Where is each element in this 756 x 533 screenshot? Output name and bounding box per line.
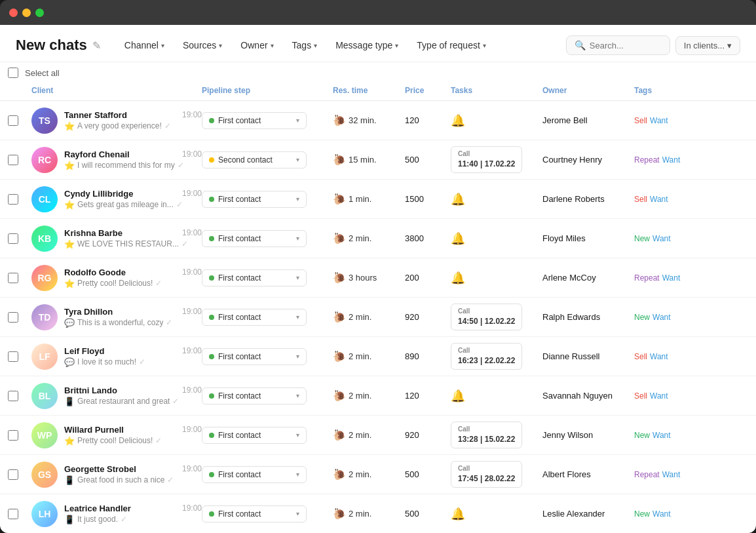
- client-name-row: Rayford Chenail 19:00: [64, 149, 202, 159]
- pipeline-badge[interactable]: First contact ▾: [202, 387, 307, 405]
- client-name: Georgette Strobel: [64, 464, 136, 474]
- minimize-button[interactable]: [22, 9, 31, 17]
- filter-type-of-request[interactable]: Type of request ▾: [409, 36, 494, 54]
- app-window: New chats ✎ Channel ▾ Sources ▾ Owner ▾ …: [0, 0, 756, 533]
- select-all-checkbox[interactable]: [8, 68, 18, 78]
- pipeline-badge[interactable]: First contact ▾: [202, 309, 307, 326]
- tag-sell[interactable]: Sell: [634, 116, 647, 125]
- tag-want[interactable]: Want: [650, 352, 668, 361]
- message-icon: ⭐: [64, 200, 75, 210]
- client-cell: KB Krishna Barbe 19:00 ⭐ WE LOVE THIS RE…: [31, 226, 202, 252]
- tag-want[interactable]: Want: [652, 234, 671, 243]
- tasks-cell: 🔔: [451, 113, 542, 128]
- pipeline-badge[interactable]: First contact ▾: [202, 269, 307, 286]
- tag-repeat[interactable]: Repeat: [634, 155, 660, 165]
- res-time-icon: 🐌: [333, 193, 346, 205]
- message-icon: 💬: [64, 318, 75, 328]
- row-checkbox[interactable]: [8, 115, 18, 126]
- tag-want[interactable]: Want: [652, 431, 671, 440]
- tag-new[interactable]: New: [634, 313, 650, 322]
- tag-new[interactable]: New: [634, 234, 650, 243]
- check-icon: ✓: [181, 239, 188, 248]
- price-cell: 1500: [405, 194, 451, 204]
- pipeline-badge[interactable]: First contact ▾: [202, 466, 307, 483]
- search-input[interactable]: [590, 41, 662, 50]
- pipeline-badge[interactable]: First contact ▾: [202, 505, 307, 523]
- client-time: 19:00: [182, 189, 202, 198]
- pipeline-badge[interactable]: First contact ▾: [202, 112, 307, 129]
- tag-want[interactable]: Want: [652, 313, 671, 322]
- row-checkbox[interactable]: [8, 391, 18, 401]
- filter-message-type[interactable]: Message type ▾: [328, 36, 406, 54]
- avatar: TS: [31, 108, 58, 134]
- row-checkbox-cell: [8, 509, 31, 519]
- client-name-row: Tanner Stafford 19:00: [64, 110, 202, 120]
- pipeline-badge[interactable]: First contact ▾: [202, 191, 307, 208]
- price-cell: 920: [405, 430, 451, 440]
- tag-want[interactable]: Want: [662, 273, 681, 283]
- row-checkbox[interactable]: [8, 469, 18, 480]
- row-checkbox[interactable]: [8, 312, 18, 323]
- pipeline-badge[interactable]: First contact ▾: [202, 348, 307, 365]
- call-badge: Call 13:28 | 15.02.22: [451, 422, 522, 448]
- tag-want[interactable]: Want: [650, 116, 668, 125]
- row-checkbox[interactable]: [8, 351, 18, 362]
- scope-dropdown[interactable]: In clients... ▾: [675, 36, 740, 55]
- res-time-icon: 🐌: [333, 311, 346, 323]
- client-info: Georgette Strobel 19:00 📱 Great food in …: [64, 464, 202, 485]
- row-checkbox[interactable]: [8, 509, 18, 519]
- edit-icon[interactable]: ✎: [92, 39, 101, 52]
- check-icon: ✓: [172, 397, 179, 406]
- pipeline-label: Second contact: [218, 155, 292, 165]
- col-client: Client: [31, 86, 202, 95]
- page-title-area: New chats ✎: [16, 37, 101, 54]
- pipeline-chevron-icon: ▾: [296, 235, 299, 242]
- row-checkbox[interactable]: [8, 194, 18, 205]
- price-cell: 500: [405, 469, 451, 479]
- row-checkbox[interactable]: [8, 233, 18, 244]
- pipeline-badge[interactable]: Second contact ▾: [202, 151, 307, 168]
- message-icon: 📱: [64, 515, 75, 524]
- row-checkbox[interactable]: [8, 155, 18, 165]
- table-row: WP Willard Purnell 19:00 ⭐ Pretty cool! …: [0, 416, 756, 455]
- tag-want[interactable]: Want: [650, 391, 668, 401]
- main-content: New chats ✎ Channel ▾ Sources ▾ Owner ▾ …: [0, 25, 756, 533]
- tag-repeat[interactable]: Repeat: [634, 273, 660, 283]
- tag-new[interactable]: New: [634, 431, 650, 440]
- pipeline-label: First contact: [218, 391, 292, 401]
- row-checkbox-cell: [8, 273, 31, 283]
- pipeline-cell: First contact ▾: [202, 505, 333, 523]
- tag-sell[interactable]: Sell: [634, 195, 647, 204]
- bell-icon: 🔔: [451, 231, 465, 246]
- row-checkbox-cell: [8, 194, 31, 205]
- res-time-cell: 🐌 2 min.: [333, 311, 405, 323]
- res-time-value: 2 min.: [349, 233, 371, 243]
- tasks-cell: 🔔: [451, 507, 542, 521]
- client-cell: GS Georgette Strobel 19:00 📱 Great food …: [31, 462, 202, 488]
- tag-want[interactable]: Want: [662, 155, 681, 165]
- pipeline-dot: [209, 433, 214, 438]
- maximize-button[interactable]: [35, 9, 44, 17]
- tag-sell[interactable]: Sell: [634, 352, 647, 361]
- filter-owner[interactable]: Owner ▾: [233, 36, 281, 54]
- filter-sources[interactable]: Sources ▾: [175, 36, 230, 54]
- filter-channel[interactable]: Channel ▾: [117, 36, 172, 54]
- tag-want[interactable]: Want: [650, 195, 668, 204]
- pipeline-label: First contact: [218, 273, 292, 283]
- tags-cell: Sell Want: [634, 195, 713, 204]
- client-time: 19:00: [182, 464, 202, 473]
- client-info: Leif Floyd 19:00 💬 I love it so much! ✓: [64, 346, 202, 367]
- row-checkbox[interactable]: [8, 430, 18, 441]
- pipeline-badge[interactable]: First contact ▾: [202, 427, 307, 444]
- pipeline-badge[interactable]: First contact ▾: [202, 230, 307, 247]
- client-msg: ⭐ WE LOVE THIS RESTAUR... ✓: [64, 239, 202, 249]
- close-button[interactable]: [9, 9, 18, 17]
- row-checkbox[interactable]: [8, 273, 18, 283]
- tag-want[interactable]: Want: [662, 470, 681, 479]
- tasks-cell: 🔔: [451, 389, 542, 403]
- tag-want[interactable]: Want: [652, 509, 671, 519]
- tag-repeat[interactable]: Repeat: [634, 470, 660, 479]
- tag-new[interactable]: New: [634, 509, 650, 519]
- tag-sell[interactable]: Sell: [634, 391, 647, 401]
- filter-tags[interactable]: Tags ▾: [284, 36, 326, 54]
